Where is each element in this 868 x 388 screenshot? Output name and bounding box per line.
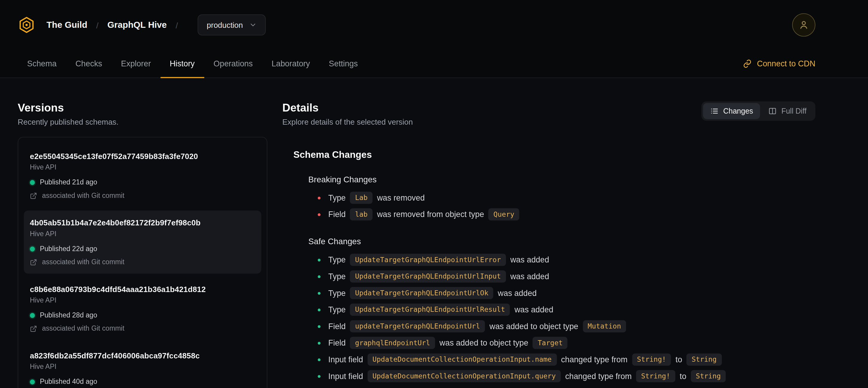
change-list: TypeLabwas removedFieldlabwas removed fr… [308, 189, 815, 223]
change-text: was added [510, 255, 549, 264]
external-link-icon [30, 325, 37, 332]
full-diff-view-button[interactable]: Full Diff [762, 103, 814, 119]
published-status-dot-icon [30, 379, 35, 384]
version-service: Hive API [30, 163, 255, 172]
full-diff-view-label: Full Diff [781, 107, 806, 115]
version-published-label: Published 22d ago [40, 244, 97, 253]
change-text: Type [328, 289, 346, 298]
version-published-label: Published 21d ago [40, 178, 97, 187]
target-selector-dropdown[interactable]: production [198, 14, 266, 35]
code-badge: String [691, 370, 726, 382]
tab-explorer[interactable]: Explorer [112, 50, 160, 78]
version-service: Hive API [30, 229, 255, 238]
change-item: TypeUpdateTargetGraphQLEndpointUrlResult… [318, 301, 815, 318]
change-item: FieldupdateTargetGraphQLEndpointUrlwas a… [318, 318, 815, 335]
schema-change-groups: Breaking Changes TypeLabwas removedField… [293, 174, 815, 384]
change-text: was added [514, 305, 553, 314]
breaking-bullet-icon [318, 213, 320, 216]
tab-schema[interactable]: Schema [18, 50, 66, 78]
change-text: was added [498, 289, 537, 298]
change-text: Type [328, 193, 346, 202]
version-item[interactable]: a823f6db2a55df877dcf406006abca97fcc4858c… [24, 344, 261, 388]
view-toggle-group: Changes Full Diff [702, 101, 815, 121]
version-git-row[interactable]: associated with Git commit [30, 324, 255, 333]
breadcrumb-project[interactable]: GraphQL Hive [107, 20, 167, 30]
version-git-row[interactable]: associated with Git commit [30, 258, 255, 267]
chevron-down-icon [249, 21, 257, 29]
code-badge: UpdateTargetGraphQLEndpointUrlResult [350, 304, 510, 316]
changes-view-button[interactable]: Changes [704, 103, 761, 119]
tab-history[interactable]: History [160, 50, 204, 78]
change-group-title: Safe Changes [308, 236, 815, 247]
code-badge: String! [636, 370, 675, 382]
version-hash: 4b05ab51b1b4a7e2e4b0ef82172f2b9f7ef98c0b [30, 218, 255, 228]
change-text: was removed from object type [377, 210, 484, 219]
safe-bullet-icon [318, 325, 320, 328]
version-service: Hive API [30, 296, 255, 305]
version-published-row: Published 21d ago [30, 178, 255, 187]
change-text: was added to object type [490, 322, 578, 331]
tab-checks[interactable]: Checks [66, 50, 112, 78]
change-group-title: Breaking Changes [308, 174, 815, 185]
tab-settings[interactable]: Settings [319, 50, 367, 78]
change-text: was added [510, 272, 549, 281]
code-badge: Target [533, 337, 567, 349]
app-header: The Guild / GraphQL Hive / production [0, 0, 868, 78]
code-badge: UpdateDocumentCollectionOperationInput.q… [367, 370, 561, 382]
version-hash: c8b6e88a06793b9c4dfd54aaa21b36a1b421d812 [30, 284, 255, 294]
breadcrumb-org[interactable]: The Guild [46, 20, 88, 30]
nav-spacer [367, 50, 743, 78]
change-group: Safe Changes TypeUpdateTargetGraphQLEndp… [293, 236, 815, 385]
safe-bullet-icon [318, 259, 320, 261]
change-text: changed type from [561, 355, 627, 364]
code-badge: Mutation [583, 320, 626, 332]
change-list: TypeUpdateTargetGraphQLEndpointUrlErrorw… [308, 251, 815, 384]
version-published-label: Published 28d ago [40, 311, 97, 320]
connect-to-cdn-button[interactable]: Connect to CDN [743, 59, 815, 68]
change-text: Type [328, 305, 346, 314]
tab-laboratory[interactable]: Laboratory [262, 50, 319, 78]
details-title: Details [282, 101, 413, 114]
versions-list: e2e55045345ce13fe07f52a77459b83fa3fe7020… [18, 137, 267, 388]
change-group: Breaking Changes TypeLabwas removedField… [293, 174, 815, 223]
change-item: TypeUpdateTargetGraphQLEndpointUrlErrorw… [318, 251, 815, 268]
change-text: Field [328, 338, 346, 347]
change-item: Input fieldUpdateDocumentCollectionOpera… [318, 368, 815, 385]
code-badge: UpdateTargetGraphQLEndpointUrlOk [350, 287, 493, 299]
code-badge: UpdateTargetGraphQLEndpointUrlInput [350, 270, 506, 282]
details-panel: Details Explore details of the selected … [282, 101, 815, 384]
code-badge: String! [632, 353, 671, 365]
version-git-label: associated with Git commit [42, 191, 125, 200]
tab-operations[interactable]: Operations [204, 50, 262, 78]
diff-columns-icon [769, 107, 777, 115]
version-git-row[interactable]: associated with Git commit [30, 191, 255, 200]
version-published-label: Published 40d ago [40, 377, 97, 386]
versions-subtitle: Recently published schemas. [18, 117, 267, 127]
change-text: Input field [328, 355, 363, 364]
version-item[interactable]: e2e55045345ce13fe07f52a77459b83fa3fe7020… [24, 144, 261, 207]
version-hash: a823f6db2a55df877dcf406006abca97fcc4858c [30, 351, 255, 360]
external-link-icon [30, 192, 37, 199]
change-text: to [676, 355, 682, 364]
hive-logo-icon[interactable] [18, 16, 35, 34]
main-content: Versions Recently published schemas. e2e… [0, 78, 868, 388]
safe-bullet-icon [318, 275, 320, 278]
code-badge: String [687, 353, 722, 365]
change-item: TypeLabwas removed [318, 189, 815, 206]
change-text: to [680, 372, 686, 381]
change-text: changed type from [565, 372, 632, 381]
user-avatar-button[interactable] [792, 13, 815, 36]
versions-panel: Versions Recently published schemas. e2e… [18, 101, 267, 388]
change-item: Input fieldUpdateDocumentCollectionOpera… [318, 351, 815, 368]
safe-bullet-icon [318, 358, 320, 361]
versions-title: Versions [18, 101, 267, 114]
published-status-dot-icon [30, 246, 35, 251]
schema-changes-section: Schema Changes Breaking Changes TypeLabw… [282, 149, 815, 385]
list-icon [711, 107, 719, 115]
user-avatar-icon [798, 20, 809, 30]
schema-changes-title: Schema Changes [293, 149, 815, 161]
safe-bullet-icon [318, 342, 320, 345]
version-item[interactable]: 4b05ab51b1b4a7e2e4b0ef82172f2b9f7ef98c0b… [24, 210, 261, 273]
version-item[interactable]: c8b6e88a06793b9c4dfd54aaa21b36a1b421d812… [24, 277, 261, 340]
code-badge: graphqlEndpointUrl [350, 337, 435, 349]
